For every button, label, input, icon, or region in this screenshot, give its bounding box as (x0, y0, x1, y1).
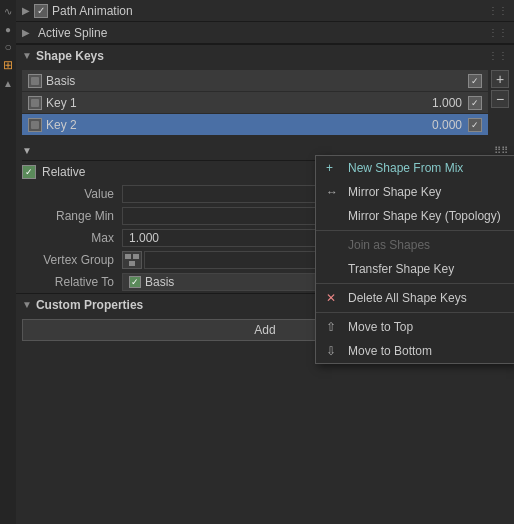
mirror-shape-icon: ↔ (326, 185, 342, 199)
new-shape-icon: + (326, 161, 342, 175)
key2-checkbox[interactable] (468, 118, 482, 132)
dropdown-menu: + New Shape From Mix ↔ Mirror Shape Key … (315, 155, 514, 364)
basis-key-icon (28, 74, 42, 88)
menu-mirror-label: Mirror Shape Key (348, 185, 441, 199)
active-spline-section[interactable]: ▶ Active Spline ⋮⋮ (16, 22, 514, 44)
svg-rect-1 (31, 99, 39, 107)
left-sidebar: ∿ ● ○ ⊞ ▲ (0, 0, 16, 524)
path-anim-checkbox[interactable] (34, 4, 48, 18)
menu-mirror-shape-key[interactable]: ↔ Mirror Shape Key (316, 180, 514, 204)
shape-keys-header[interactable]: ▼ Shape Keys ⋮⋮ (16, 44, 514, 66)
relative-checkbox[interactable] (22, 165, 36, 179)
menu-join-label: Join as Shapes (348, 238, 430, 252)
svg-rect-3 (125, 254, 131, 259)
path-anim-label: Path Animation (52, 4, 133, 18)
menu-move-top-label: Move to Top (348, 320, 413, 334)
active-spline-dots: ⋮⋮ (488, 27, 508, 38)
key2-icon (28, 118, 42, 132)
shape-key-basis[interactable]: Basis (22, 70, 488, 92)
svg-rect-4 (133, 254, 139, 259)
menu-transfer-label: Transfer Shape Key (348, 262, 454, 276)
basis-checkbox[interactable] (468, 74, 482, 88)
relative-to-label: Relative To (22, 275, 122, 289)
shape-keys-label: Shape Keys (36, 49, 104, 63)
active-spline-label: Active Spline (38, 26, 107, 40)
menu-mirror-topo-label: Mirror Shape Key (Topology) (348, 209, 501, 223)
active-spline-arrow: ▶ (22, 27, 30, 38)
max-text: 1.000 (129, 231, 159, 245)
path-animation-section[interactable]: ▶ Path Animation ⋮⋮ (16, 0, 514, 22)
delete-all-icon: ✕ (326, 291, 342, 305)
menu-divider-3 (316, 312, 514, 313)
move-top-icon: ⇧ (326, 320, 342, 334)
shape-key-1[interactable]: Key 1 1.000 (22, 92, 488, 114)
svg-rect-5 (129, 261, 135, 266)
range-min-label: Range Min (22, 209, 122, 223)
vertex-group-icon (122, 251, 142, 269)
list-bottom-arrow: ▼ (22, 145, 32, 156)
menu-new-shape-from-mix[interactable]: + New Shape From Mix (316, 156, 514, 180)
bezier-icon[interactable]: ● (1, 22, 15, 36)
key1-checkbox[interactable] (468, 96, 482, 110)
key1-value: 1.000 (432, 96, 462, 110)
menu-mirror-shape-key-topo[interactable]: Mirror Shape Key (Topology) (316, 204, 514, 228)
menu-move-to-top[interactable]: ⇧ Move to Top (316, 315, 514, 339)
shape-keys-sidebar: + − (488, 70, 508, 136)
shape-keys-container: Basis Key 1 1.000 Key 2 (16, 66, 514, 140)
add-button-label: Add (254, 323, 275, 337)
basis-key-name: Basis (46, 74, 468, 88)
menu-divider-2 (316, 283, 514, 284)
shape-keys-list: Basis Key 1 1.000 Key 2 (22, 70, 488, 136)
relative-label: Relative (42, 165, 85, 179)
add-shape-key-button[interactable]: + (491, 70, 509, 88)
menu-delete-all-label: Delete All Shape Keys (348, 291, 467, 305)
shape-key-2[interactable]: Key 2 0.000 (22, 114, 488, 136)
svg-rect-0 (31, 77, 39, 85)
key2-name: Key 2 (46, 118, 432, 132)
menu-join-as-shapes: Join as Shapes (316, 233, 514, 257)
move-bottom-icon: ⇩ (326, 344, 342, 358)
tri2-icon[interactable]: ▲ (1, 76, 15, 90)
path-anim-arrow: ▶ (22, 5, 30, 16)
menu-new-shape-label: New Shape From Mix (348, 161, 463, 175)
menu-move-bottom-label: Move to Bottom (348, 344, 432, 358)
key2-value: 0.000 (432, 118, 462, 132)
circle2-icon[interactable]: ○ (1, 40, 15, 54)
custom-props-arrow: ▼ (22, 299, 32, 310)
shape-keys-dots: ⋮⋮ (488, 50, 508, 61)
menu-divider-1 (316, 230, 514, 231)
relative-to-icon (129, 276, 141, 288)
svg-rect-2 (31, 121, 39, 129)
list-bottom-dots: ⠿⠿ (494, 145, 508, 156)
menu-move-to-bottom[interactable]: ⇩ Move to Bottom (316, 339, 514, 363)
shape-keys-arrow: ▼ (22, 50, 32, 61)
curve-icon[interactable]: ∿ (1, 4, 15, 18)
value-label: Value (22, 187, 122, 201)
menu-transfer-shape-key[interactable]: Transfer Shape Key (316, 257, 514, 281)
grid-icon[interactable]: ⊞ (1, 58, 15, 72)
relative-to-value: Basis (145, 275, 174, 289)
vertex-group-label: Vertex Group (22, 253, 122, 267)
key1-icon (28, 96, 42, 110)
menu-delete-all-shape-keys[interactable]: ✕ Delete All Shape Keys (316, 286, 514, 310)
key1-name: Key 1 (46, 96, 432, 110)
remove-shape-key-button[interactable]: − (491, 90, 509, 108)
custom-props-label: Custom Properties (36, 298, 143, 312)
max-label: Max (22, 231, 122, 245)
path-anim-dots: ⋮⋮ (488, 5, 508, 16)
